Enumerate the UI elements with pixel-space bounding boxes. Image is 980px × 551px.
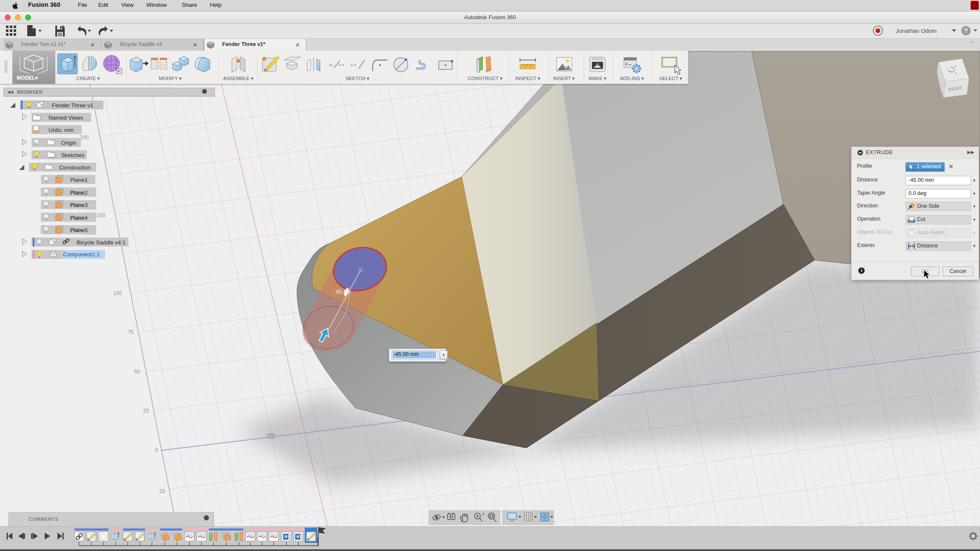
svg-text:SKETCH ▾: SKETCH ▾ <box>346 76 369 81</box>
svg-text:Plane3: Plane3 <box>70 202 88 208</box>
svg-text:Component1:1: Component1:1 <box>63 251 100 258</box>
svg-text:Construction: Construction <box>59 164 91 171</box>
svg-text:0: 0 <box>155 447 158 453</box>
svg-text:SELECT ▾: SELECT ▾ <box>659 76 682 81</box>
svg-text:Bicycle Saddle v4:1: Bicycle Saddle v4:1 <box>77 239 126 246</box>
svg-text:100: 100 <box>113 290 122 296</box>
svg-text:Plane5: Plane5 <box>70 227 88 233</box>
svg-text:50: 50 <box>134 369 140 375</box>
svg-text:25: 25 <box>143 408 149 414</box>
svg-text:Fender Three v1: Fender Three v1 <box>52 102 93 109</box>
svg-text:Named Views: Named Views <box>49 115 83 121</box>
svg-text:ADD-INS ▾: ADD-INS ▾ <box>620 76 644 81</box>
svg-text:?: ? <box>964 27 968 34</box>
svg-text:Origin: Origin <box>61 140 76 146</box>
svg-text:INSERT ▾: INSERT ▾ <box>553 76 575 81</box>
svg-text:25: 25 <box>159 488 165 494</box>
svg-text:CONSTRUCT ▾: CONSTRUCT ▾ <box>468 76 503 81</box>
svg-text:Plane2: Plane2 <box>70 189 88 196</box>
svg-text:45.00: 45.00 <box>335 288 350 295</box>
svg-text:Sketches: Sketches <box>61 152 85 158</box>
svg-text:Units: mm: Units: mm <box>49 127 74 133</box>
svg-text:Plane4: Plane4 <box>70 215 88 221</box>
svg-text:Jonathan Odom: Jonathan Odom <box>896 28 937 34</box>
svg-text:Plane1: Plane1 <box>70 177 88 183</box>
svg-text:INSPECT ▾: INSPECT ▾ <box>515 76 540 81</box>
svg-text:75: 75 <box>128 329 134 335</box>
svg-text:MAKE ▾: MAKE ▾ <box>589 76 606 81</box>
